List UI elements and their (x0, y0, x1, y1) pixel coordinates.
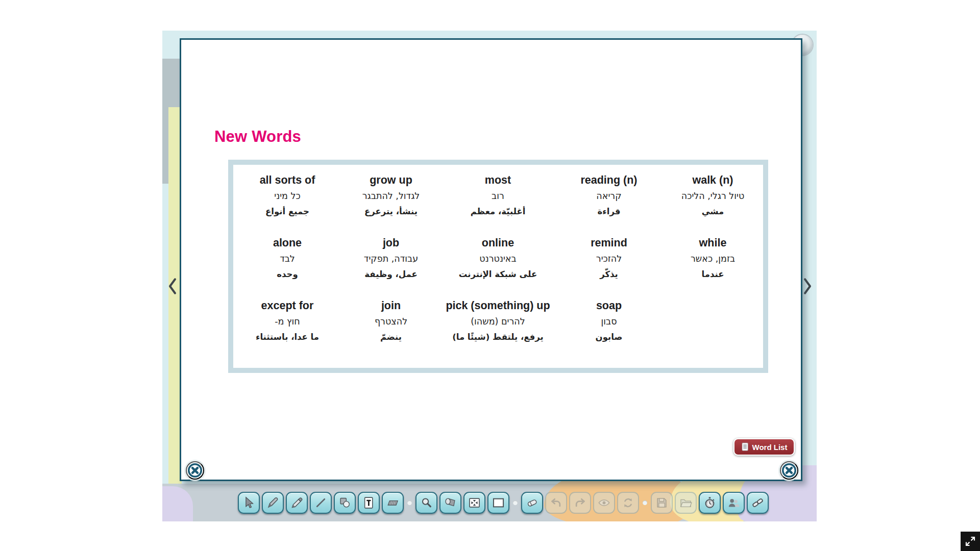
fit-screen-tool-button[interactable] (463, 492, 485, 514)
word-ar: يذكّر (555, 267, 663, 282)
word-ar: ينضمّ (341, 330, 440, 345)
word-en: reading (n) (555, 172, 663, 188)
text-tool-button[interactable] (358, 492, 380, 514)
word-en: remind (555, 235, 663, 251)
vocab-cell: job עבודה, תפקיד عمل، وظيفة (341, 235, 440, 298)
vocab-cell: reading (n) קריאה قراءة (555, 172, 663, 235)
zoom-tool-button[interactable] (415, 492, 437, 514)
text-icon (362, 496, 376, 510)
save-button[interactable] (651, 492, 673, 514)
refresh-button[interactable] (617, 492, 639, 514)
word-en: alone (233, 235, 341, 251)
vocab-cell: walk (n) טיול רגלי, הליכה مشي (663, 172, 763, 235)
app-window: New Words all sorts of כל מיני جميع أنوا… (162, 31, 817, 521)
eye-icon (597, 496, 611, 510)
word-ar: أغلبيّة، معظم (440, 204, 555, 219)
visibility-button[interactable] (593, 492, 615, 514)
blank-screen-tool-button[interactable] (487, 492, 509, 514)
users-button[interactable] (723, 492, 745, 514)
word-en: online (440, 235, 555, 251)
line-icon (314, 496, 328, 510)
close-circle-icon (781, 462, 797, 479)
vocab-table: all sorts of כל מיני جميع أنواع grow up … (228, 160, 768, 373)
pointer-icon (242, 496, 256, 510)
word-en: job (341, 235, 440, 251)
word-en: soap (555, 298, 663, 314)
vocab-cell: remind להזכיר يذكّر (555, 235, 663, 298)
word-list-button[interactable]: Word List (733, 438, 795, 456)
word-he: עבודה, תפקיד (341, 251, 440, 267)
page-canvas: New Words all sorts of כל מיני جميع أنوا… (180, 38, 802, 481)
close-button-right[interactable] (780, 461, 798, 480)
redo-button[interactable] (569, 492, 591, 514)
word-ar: عمل، وظيفة (341, 267, 440, 282)
vocab-cell: join להצטרף ينضمّ (341, 298, 440, 361)
word-list-label: Word List (752, 443, 788, 452)
word-en: join (341, 298, 440, 314)
vocab-cell-empty (663, 298, 763, 361)
word-en: walk (n) (663, 172, 763, 188)
refresh-icon (621, 496, 635, 510)
magnifier-icon (420, 496, 433, 510)
line-tool-button[interactable] (310, 492, 332, 514)
word-ar: قراءة (555, 204, 663, 219)
page-title: New Words (214, 128, 301, 146)
pen-icon (266, 496, 280, 510)
word-en: pick (something) up (440, 298, 555, 314)
vocab-cell: soap סבון صابون (555, 298, 663, 361)
word-ar: وحده (233, 267, 341, 282)
word-he: לבד (233, 251, 341, 267)
link-button[interactable] (747, 492, 769, 514)
word-en: grow up (341, 172, 440, 188)
vocab-table-inner: all sorts of כל מיני جميع أنواع grow up … (233, 165, 763, 368)
pen-tool-button[interactable] (262, 492, 284, 514)
word-ar: صابون (555, 330, 663, 345)
highlighter-icon (290, 496, 304, 510)
word-ar: عندما (663, 267, 763, 282)
folder-icon (679, 496, 693, 510)
vocab-cell: except for חוץ מ- ما عدا، باستثناء (233, 298, 341, 361)
timer-button[interactable] (699, 492, 721, 514)
fullscreen-button[interactable] (961, 532, 980, 551)
spotlight-icon (444, 496, 457, 510)
word-he: כל מיני (233, 188, 341, 204)
vocab-cell: grow up לגדול, להתבגר ينشأ، يترعرع (341, 172, 440, 235)
fullscreen-expand-icon (964, 535, 976, 547)
shapes-tool-button[interactable] (334, 492, 356, 514)
shapes-icon (338, 496, 352, 510)
vocab-cell: online באינטרנט على شبكة الإنترنت (440, 235, 555, 298)
close-button-left[interactable] (186, 461, 204, 480)
toolbar-separator-dot (643, 500, 647, 505)
word-ar: على شبكة الإنترنت (440, 267, 555, 282)
timer-icon (703, 496, 717, 510)
word-he: להזכיר (555, 251, 663, 267)
eraser-tool-button[interactable] (521, 492, 543, 514)
word-he: בזמן, כאשר (663, 251, 763, 267)
fit-screen-icon (468, 496, 481, 510)
redo-icon (573, 496, 587, 510)
word-he: להרים (משהו) (440, 314, 555, 330)
next-page-button[interactable] (801, 277, 814, 297)
prev-page-button[interactable] (166, 277, 179, 297)
spotlight-tool-button[interactable] (439, 492, 461, 514)
users-icon (727, 496, 741, 510)
undo-icon (549, 496, 563, 510)
word-ar: جميع أنواع (233, 204, 341, 219)
word-ar: ما عدا، باستثناء (233, 330, 341, 345)
blank-screen-icon (492, 496, 505, 510)
word-he: באינטרנט (440, 251, 555, 267)
word-ar: ينشأ، يترعرع (341, 204, 440, 219)
link-icon (751, 496, 765, 510)
open-folder-button[interactable] (675, 492, 697, 514)
vocab-cell: all sorts of כל מיני جميع أنواع (233, 172, 341, 235)
undo-button[interactable] (545, 492, 567, 514)
word-he: לגדול, להתבגר (341, 188, 440, 204)
toolbar (238, 490, 769, 515)
word-he: חוץ מ- (233, 314, 341, 330)
vocab-cell: pick (something) up להרים (משהו) يرفع، ي… (440, 298, 555, 361)
pointer-tool-button[interactable] (238, 492, 260, 514)
board-eraser-tool-button[interactable] (382, 492, 404, 514)
highlighter-tool-button[interactable] (286, 492, 308, 514)
chevron-right-icon (802, 277, 813, 297)
vocab-cell: most רוב أغلبيّة، معظم (440, 172, 555, 235)
